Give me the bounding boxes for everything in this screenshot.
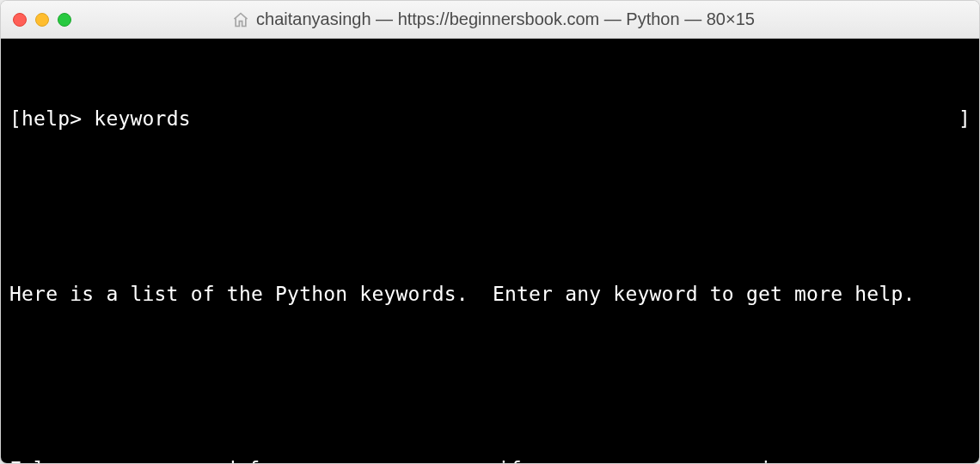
titlebar[interactable]: chaitanyasingh — https://beginnersbook.c… (1, 1, 979, 39)
minimize-button[interactable] (35, 13, 49, 27)
maximize-button[interactable] (58, 13, 71, 27)
terminal-window: chaitanyasingh — https://beginnersbook.c… (0, 0, 980, 464)
prompt-left: [help> (9, 104, 94, 133)
home-icon (232, 11, 249, 28)
blank-line (9, 367, 971, 396)
keyword-cell: if (498, 455, 736, 464)
keyword-row: Falsedefifraise (9, 455, 971, 464)
description-line: Here is a list of the Python keywords. E… (9, 279, 971, 308)
keywords-grid: FalsedefifraiseNonedelimportreturnTrueel… (9, 455, 971, 464)
prompt-right: ] (191, 104, 971, 133)
help-prompt-line-1: [help> keywords ] (9, 104, 971, 133)
keyword-cell: def (224, 455, 497, 464)
command-entered: keywords (94, 104, 190, 133)
keyword-cell: raise (736, 455, 796, 464)
traffic-lights (13, 13, 71, 27)
blank-line (9, 192, 971, 221)
terminal-body[interactable]: [help> keywords ] Here is a list of the … (1, 39, 979, 464)
close-button[interactable] (13, 13, 27, 27)
window-title-wrap: chaitanyasingh — https://beginnersbook.c… (71, 9, 916, 29)
keyword-cell: False (9, 455, 224, 464)
window-title: chaitanyasingh — https://beginnersbook.c… (256, 9, 755, 29)
